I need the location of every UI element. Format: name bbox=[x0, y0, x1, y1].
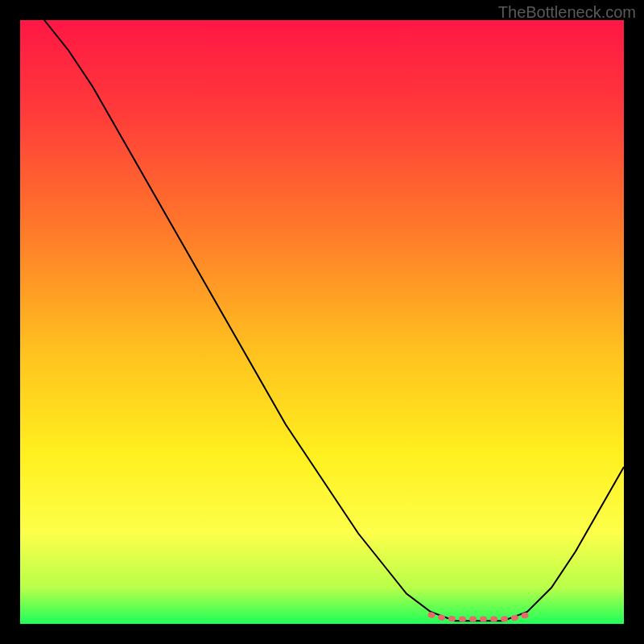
chart-svg bbox=[20, 20, 624, 624]
chart-area bbox=[20, 20, 624, 624]
gradient-background bbox=[20, 20, 624, 624]
watermark-text: TheBottleneck.com bbox=[498, 3, 636, 22]
